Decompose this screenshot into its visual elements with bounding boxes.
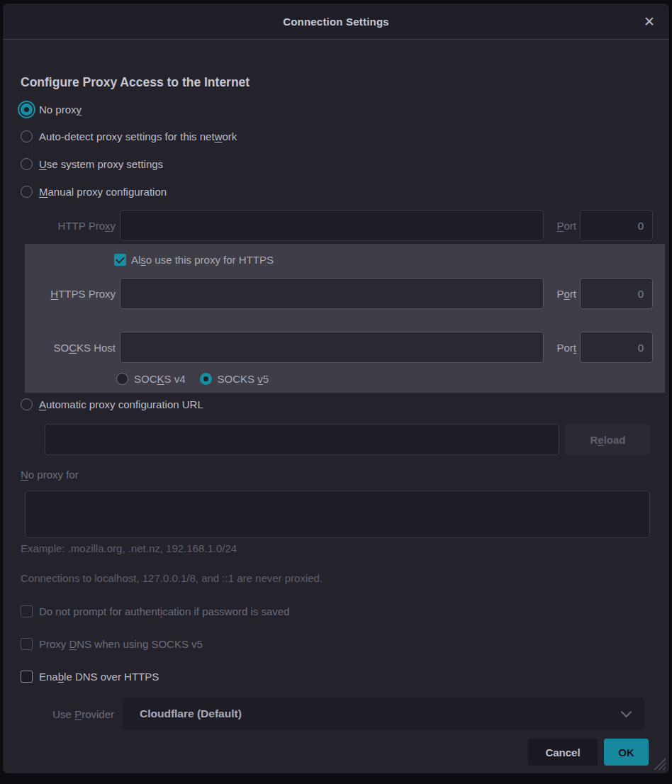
http-proxy-input[interactable] [120,210,544,241]
auto-config-url-input[interactable] [45,424,559,455]
section-heading: Configure Proxy Access to the Internet [21,75,250,90]
radio-system-proxy-label: Use system proxy settings [39,158,163,170]
radio-no-proxy[interactable] [21,103,33,116]
https-proxy-input[interactable] [120,278,544,309]
socks-port-label: Port [547,342,576,354]
provider-selected-option: Cloudflare (Default) [140,707,242,720]
proxy-dns-label: Proxy DNS when using SOCKS v5 [39,638,203,650]
http-port-input[interactable] [580,210,653,241]
socks-version-row: SOCKS v4 SOCKS v5 [116,373,269,385]
no-proxy-for-label-row: No proxy for [21,469,79,481]
radio-option-no-proxy[interactable]: No proxy [21,103,82,116]
also-https-checkbox[interactable] [114,254,126,266]
https-proxy-row: HTTPS Proxy Port [21,278,653,309]
localhost-help-text: Connections to localhost, 127.0.0.1/8, a… [21,572,323,584]
localhost-help-row: Connections to localhost, 127.0.0.1/8, a… [21,572,323,584]
radio-option-auto-url[interactable]: Automatic proxy configuration URL [21,398,203,410]
radio-autodetect-label: Auto-detect proxy settings for this netw… [39,130,237,142]
auto-url-row: Reload [45,424,650,455]
provider-row: Use Provider Cloudflare (Default) [21,698,644,729]
resize-grip[interactable] [654,758,666,770]
proxy-dns-checkbox[interactable] [21,638,33,650]
radio-manual-proxy[interactable] [21,186,33,198]
socks-host-row: SOCKS Host Port [21,332,653,363]
radio-option-manual-proxy[interactable]: Manual proxy configuration [21,186,167,198]
https-port-input[interactable] [580,278,653,309]
http-proxy-row: HTTP Proxy Port [21,210,653,241]
https-proxy-label: HTTPS Proxy [21,288,116,300]
socks-host-label: SOCKS Host [21,342,116,354]
proxy-dns-option[interactable]: Proxy DNS when using SOCKS v5 [21,638,203,650]
radio-socks-v5[interactable] [200,373,212,385]
example-help-text: Example: .mozilla.org, .net.nz, 192.168.… [21,542,237,554]
chevron-down-icon [621,707,632,718]
provider-label: Use Provider [21,708,114,720]
also-https-option[interactable]: Also use this proxy for HTTPS [114,254,274,266]
radio-system-proxy[interactable] [21,158,33,170]
connection-settings-dialog: Connection Settings ✕ Configure Proxy Ac… [2,3,670,774]
https-port-label: Port [547,288,576,300]
cancel-button[interactable]: Cancel [528,739,598,766]
socks-port-input[interactable] [580,332,653,363]
dialog-title: Connection Settings [283,16,389,28]
radio-auto-url-label: Automatic proxy configuration URL [39,398,203,410]
no-proxy-for-label: No proxy for [21,469,79,481]
https-socks-highlight [25,244,665,393]
radio-autodetect[interactable] [21,130,33,142]
close-icon: ✕ [644,13,655,30]
provider-dropdown[interactable]: Cloudflare (Default) [123,698,644,729]
radio-option-system-proxy[interactable]: Use system proxy settings [21,158,163,170]
no-prompt-auth-option[interactable]: Do not prompt for authentication if pass… [21,605,290,617]
radio-no-proxy-label: No proxy [39,103,82,116]
page-background: { "window": { "title": "Connection Setti… [0,0,672,784]
radio-auto-url[interactable] [21,398,33,410]
radio-option-autodetect[interactable]: Auto-detect proxy settings for this netw… [21,130,237,142]
doh-checkbox[interactable] [21,671,33,683]
ok-button[interactable]: OK [604,739,649,766]
reload-button-label: Reload [590,434,625,446]
doh-option[interactable]: Enable DNS over HTTPS [21,671,159,683]
socks-v5-label: SOCKS v5 [218,373,269,385]
no-prompt-auth-label: Do not prompt for authentication if pass… [39,605,290,617]
radio-manual-proxy-label: Manual proxy configuration [39,186,167,198]
socks-v4-label: SOCKS v4 [134,373,186,385]
no-prompt-auth-checkbox[interactable] [21,605,33,617]
dialog-actions: Cancel OK [528,739,649,766]
doh-label: Enable DNS over HTTPS [39,671,159,683]
no-proxy-for-textarea[interactable] [25,491,650,538]
http-port-label: Port [547,220,576,232]
http-proxy-label: HTTP Proxy [21,220,116,232]
titlebar: Connection Settings ✕ [3,4,669,40]
socks-host-input[interactable] [120,332,544,363]
example-help-row: Example: .mozilla.org, .net.nz, 192.168.… [21,542,237,554]
reload-button[interactable]: Reload [566,424,650,455]
also-https-label: Also use this proxy for HTTPS [131,254,274,266]
close-button[interactable]: ✕ [639,11,659,31]
radio-socks-v4[interactable] [116,373,128,385]
